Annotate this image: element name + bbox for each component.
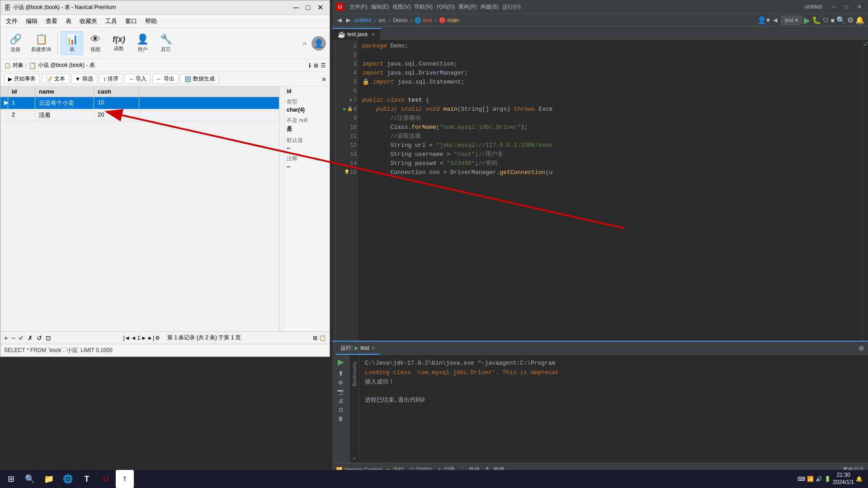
idea-menu-build[interactable]: 构建(B) bbox=[481, 3, 499, 11]
idea-menu-code[interactable]: 代码(O) bbox=[436, 3, 455, 11]
idea-menu-run[interactable]: 运行(U) bbox=[502, 3, 521, 11]
more-scroll-btn[interactable]: ⊡ bbox=[46, 334, 51, 342]
run-tab-active[interactable]: 运行: ▶ test ✕ bbox=[336, 343, 380, 355]
idea-menu-refactor[interactable]: 重构(R) bbox=[458, 3, 477, 11]
run-settings-btn2[interactable]: ⚙ bbox=[338, 380, 343, 386]
tray-icon2[interactable]: 📶 bbox=[807, 476, 814, 482]
cell-name-2[interactable]: 活着 bbox=[35, 109, 94, 121]
info-icon[interactable]: ℹ bbox=[309, 62, 311, 69]
cancel-edit-btn[interactable]: ✗ bbox=[28, 334, 33, 342]
remove-row-btn[interactable]: − bbox=[11, 334, 15, 342]
idea-close-btn[interactable]: ✕ bbox=[854, 4, 864, 10]
taskbar-file-explorer[interactable]: 📁 bbox=[40, 470, 58, 488]
toolbar-function[interactable]: f(x) 函数 bbox=[108, 33, 130, 54]
cell-cash-1[interactable]: 10 bbox=[94, 97, 139, 109]
taskbar-app-t1[interactable]: T bbox=[78, 470, 96, 488]
stop-run-button[interactable]: ⬆ bbox=[338, 370, 344, 377]
taskbar-app-t2[interactable]: T bbox=[116, 470, 134, 488]
vertical-scrollbar[interactable] bbox=[279, 86, 284, 331]
nav-back-btn[interactable]: ◄ bbox=[336, 16, 343, 24]
add-row-btn[interactable]: + bbox=[4, 334, 8, 342]
code-content[interactable]: package Demo; import java.sql.Connection… bbox=[359, 40, 863, 341]
toolbar-expand-icon[interactable]: » bbox=[302, 38, 307, 48]
notifications-btn[interactable]: 🔔 bbox=[855, 16, 864, 24]
battery-icon[interactable]: 🔋 bbox=[824, 476, 831, 482]
toolbar-new-query[interactable]: 📋 新建查询 bbox=[28, 32, 55, 55]
user-icon[interactable]: 👤▾ bbox=[757, 16, 770, 24]
nav-breadcrumb-untitled[interactable]: untitled bbox=[354, 17, 372, 23]
run-tab-close[interactable]: ✕ bbox=[371, 345, 375, 351]
stop-button[interactable]: ■ bbox=[831, 17, 835, 24]
idea-menu-nav[interactable]: 导航(N) bbox=[414, 3, 433, 11]
header-name[interactable]: name bbox=[35, 86, 94, 97]
header-cash[interactable]: cash bbox=[94, 86, 139, 97]
sort-button[interactable]: ↕ 排序 bbox=[99, 74, 123, 84]
run-button[interactable]: ▶ bbox=[804, 15, 810, 25]
menu-file[interactable]: 文件 bbox=[2, 16, 21, 26]
cell-id-2[interactable]: 2 bbox=[8, 109, 35, 121]
maximize-button[interactable]: □ bbox=[303, 4, 313, 12]
tray-icon3[interactable]: 🔊 bbox=[816, 476, 822, 482]
data-gen-button[interactable]: 🔢 数据生成 bbox=[180, 74, 219, 84]
toolbar-view[interactable]: 👁 视图 bbox=[84, 32, 107, 55]
form-view-btn[interactable]: 📋 bbox=[319, 335, 326, 341]
nav-prev-btn[interactable]: ◄ bbox=[131, 335, 137, 341]
run-config-dropdown[interactable]: test ▾ bbox=[781, 16, 802, 25]
nav-settings-btn[interactable]: ⚙ bbox=[155, 335, 160, 341]
idea-menu-view[interactable]: 视图(V) bbox=[392, 3, 410, 11]
run-output[interactable]: C:\Java\jdk-17.0.2\bin\java.exe "-javaag… bbox=[359, 355, 868, 463]
idea-minimize-btn[interactable]: ─ bbox=[829, 4, 839, 10]
grid-view-icon[interactable]: ⊞ bbox=[314, 62, 318, 69]
nav-fwd-btn[interactable]: ► bbox=[345, 16, 352, 24]
confirm-edit-btn[interactable]: ✓ bbox=[19, 334, 24, 342]
start-button[interactable]: ⊞ bbox=[2, 470, 20, 488]
tab-close-btn[interactable]: ✕ bbox=[371, 32, 375, 38]
more-icon[interactable]: » bbox=[322, 75, 326, 83]
menu-tools[interactable]: 工具 bbox=[102, 16, 121, 26]
cell-id-1[interactable]: 1 bbox=[8, 97, 35, 109]
menu-favorites[interactable]: 收藏夹 bbox=[76, 16, 101, 26]
taskbar-search[interactable]: 🔍 bbox=[21, 470, 39, 488]
nav-last-btn[interactable]: ►| bbox=[147, 335, 154, 341]
search-everywhere-btn[interactable]: 🔍 bbox=[836, 16, 845, 24]
trash-btn[interactable]: 🗑 bbox=[338, 416, 344, 422]
taskbar-edge[interactable]: 🌐 bbox=[59, 470, 77, 488]
toolbar-user[interactable]: 👤 用户 bbox=[131, 32, 154, 55]
taskbar-clock[interactable]: 21:30 2024/1/1 bbox=[833, 472, 854, 486]
nav-breadcrumb-main[interactable]: 🔴 main bbox=[439, 17, 459, 23]
rerun-button[interactable]: ▶ bbox=[338, 357, 344, 367]
toolbar-table[interactable]: 📊 表 bbox=[61, 31, 83, 55]
cell-name-1[interactable]: 云边有个小卖 bbox=[35, 97, 94, 109]
grid-view-btn[interactable]: ⊞ bbox=[313, 335, 317, 341]
nav-next-btn[interactable]: ► bbox=[141, 335, 146, 341]
nav-breadcrumb-demo[interactable]: Demo bbox=[393, 17, 407, 23]
camera-btn[interactable]: 📷 bbox=[337, 389, 344, 395]
menu-help[interactable]: 帮助 bbox=[142, 16, 160, 26]
filter-run-btn[interactable]: ⊡ bbox=[339, 407, 343, 413]
menu-edit[interactable]: 编辑 bbox=[22, 16, 41, 26]
menu-window[interactable]: 窗口 bbox=[122, 16, 141, 26]
idea-maximize-btn[interactable]: □ bbox=[842, 4, 851, 10]
menu-view[interactable]: 查看 bbox=[42, 16, 61, 26]
nav-prev-btn-idea[interactable]: ◄ bbox=[772, 16, 779, 24]
debug-button[interactable]: 🐛 bbox=[812, 16, 821, 24]
begin-transaction-button[interactable]: ▶ 开始事务 bbox=[4, 74, 40, 84]
filter-button[interactable]: ▼ 筛选 bbox=[71, 74, 97, 84]
export-button[interactable]: ← 导出 bbox=[152, 74, 179, 84]
nav-first-btn[interactable]: |◄ bbox=[123, 335, 130, 341]
run-settings-icon[interactable]: ⚙ bbox=[859, 345, 864, 352]
close-button[interactable]: ✕ bbox=[315, 3, 326, 12]
cell-cash-2[interactable]: 20 bbox=[94, 109, 139, 121]
list-view-icon[interactable]: ☰ bbox=[321, 62, 326, 69]
menu-table[interactable]: 表 bbox=[62, 16, 75, 26]
print-btn[interactable]: 🖨 bbox=[338, 398, 344, 404]
toolbar-other[interactable]: 🔧 其它 bbox=[155, 32, 177, 55]
idea-menu-edit[interactable]: 编辑(E) bbox=[371, 3, 389, 11]
import-button[interactable]: → 导入 bbox=[124, 74, 151, 84]
header-id[interactable]: id bbox=[8, 86, 35, 97]
toolbar-connect[interactable]: 🔗 连接 bbox=[4, 32, 27, 55]
notification-btn[interactable]: 🔔 bbox=[856, 476, 863, 482]
text-button[interactable]: 📝 文本 bbox=[42, 74, 69, 84]
taskbar-app-idea[interactable]: IJ bbox=[97, 470, 115, 488]
minimize-button[interactable]: ─ bbox=[291, 4, 301, 12]
